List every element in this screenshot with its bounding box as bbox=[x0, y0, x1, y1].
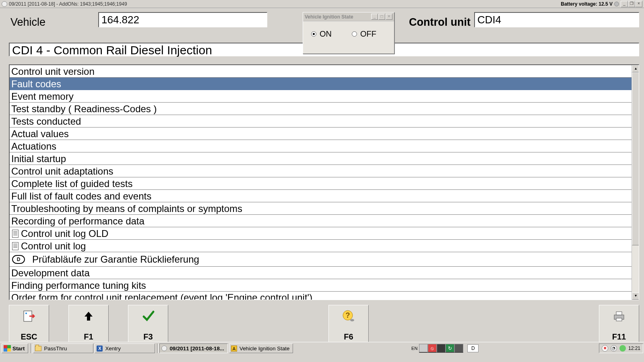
tray-icon[interactable] bbox=[619, 345, 626, 352]
menu-item[interactable]: Full list of fault codes and events bbox=[10, 190, 632, 202]
menu-item-label: Development data bbox=[11, 267, 90, 279]
close-button[interactable]: × bbox=[635, 1, 642, 7]
folder-icon bbox=[35, 346, 41, 351]
scroll-down-button[interactable]: ▾ bbox=[632, 292, 639, 300]
taskbar-ignition[interactable]: A Vehicle Ignition State bbox=[229, 343, 293, 353]
clock: 12:21 bbox=[628, 346, 640, 351]
taskbar-separator bbox=[157, 343, 159, 353]
menu-item-label: Troubleshooting by means of complaints o… bbox=[11, 203, 242, 214]
language-indicator[interactable]: EN bbox=[411, 346, 417, 351]
menu-item-label: Complete list of guided tests bbox=[11, 178, 133, 189]
ignition-on-label: ON bbox=[320, 29, 332, 39]
menu-item[interactable]: Development data bbox=[10, 267, 632, 279]
esc-label: ESC bbox=[21, 332, 37, 341]
ignition-off-radio[interactable]: OFF bbox=[352, 29, 376, 39]
menu-item[interactable]: Fault codes bbox=[10, 78, 632, 90]
d-badge-icon: D bbox=[12, 255, 25, 264]
menu-item[interactable]: Actual values bbox=[10, 128, 632, 140]
menu-item[interactable]: Order form for control unit replacement … bbox=[10, 292, 632, 300]
svg-rect-7 bbox=[616, 318, 622, 321]
menu-item-label: Initial startup bbox=[11, 153, 66, 165]
document-icon bbox=[12, 242, 19, 250]
start-button[interactable]: Start bbox=[2, 343, 28, 353]
battery-led-icon bbox=[614, 2, 619, 6]
scrollbar[interactable]: ▴ ▾ bbox=[632, 65, 639, 300]
f3-button[interactable]: F3 bbox=[128, 305, 168, 345]
menu-item-label: Tests conducted bbox=[11, 116, 81, 127]
menu-item[interactable]: Control unit adaptations bbox=[10, 165, 632, 177]
ignition-state-window: Vehicle Ignition State _ □ × ON OFF bbox=[303, 12, 394, 54]
app-icon bbox=[2, 1, 7, 7]
menu-item-label: Control unit log bbox=[21, 241, 86, 252]
menu-item-label: Event memory bbox=[11, 91, 74, 102]
menu-item-label: Full list of fault codes and events bbox=[11, 191, 151, 202]
keyboard-layout[interactable]: D bbox=[467, 344, 479, 352]
scroll-thumb[interactable] bbox=[632, 72, 639, 245]
maximize-button[interactable]: ❐ bbox=[628, 1, 635, 7]
vehicle-field[interactable]: 164.822 bbox=[98, 12, 267, 27]
svg-point-4 bbox=[350, 319, 354, 321]
tray-icon[interactable]: ✖ bbox=[602, 345, 608, 352]
menu-item-label: Actuations bbox=[11, 141, 56, 152]
arrow-up-icon bbox=[82, 309, 95, 323]
exit-icon bbox=[22, 309, 36, 323]
esc-button[interactable]: ESC bbox=[9, 305, 49, 345]
taskbar-xentry[interactable]: X Xentry bbox=[95, 343, 155, 353]
quick-launch-icons[interactable]: ⦸ ↻ bbox=[419, 344, 463, 353]
minimize-button[interactable]: _ bbox=[621, 1, 628, 7]
f3-label: F3 bbox=[143, 332, 153, 341]
ignition-off-label: OFF bbox=[360, 29, 376, 39]
scroll-up-button[interactable]: ▴ bbox=[632, 65, 639, 72]
menu-item[interactable]: Recording of performance data bbox=[10, 215, 632, 227]
f6-label: F6 bbox=[344, 332, 353, 341]
ignition-close-button[interactable]: × bbox=[386, 14, 392, 20]
mb-icon bbox=[161, 346, 167, 351]
taskbar-btn-label: Xentry bbox=[105, 346, 121, 352]
menu-item[interactable]: Initial startup bbox=[10, 152, 632, 165]
taskbar-separator bbox=[31, 343, 32, 353]
battery-voltage: Battery voltage: 12.5 V bbox=[561, 1, 613, 7]
ignition-on-radio[interactable]: ON bbox=[311, 29, 332, 39]
windows-flag-icon bbox=[4, 345, 11, 352]
system-tray[interactable]: ✖ ◔ 12:21 bbox=[599, 343, 643, 353]
f11-button[interactable]: F11 bbox=[599, 305, 639, 345]
svg-text:?: ? bbox=[346, 311, 350, 319]
taskbar-passthru[interactable]: PassThru bbox=[33, 343, 93, 353]
ignition-maximize-button[interactable]: □ bbox=[378, 14, 385, 20]
radio-icon bbox=[311, 31, 316, 37]
xentry-icon: X bbox=[97, 346, 103, 352]
menu-item-label: Control unit log OLD bbox=[21, 228, 108, 239]
menu-item[interactable]: Finding performance tuning kits bbox=[10, 279, 632, 292]
menu-item[interactable]: Control unit log OLD bbox=[10, 227, 632, 240]
taskbar-das[interactable]: 09/2011 [2011-08-18... bbox=[159, 343, 228, 353]
menu-item[interactable]: Test standby ( Readiness-Codes ) bbox=[10, 103, 632, 115]
menu-item[interactable]: Actuations bbox=[10, 140, 632, 152]
ignition-minimize-button[interactable]: _ bbox=[371, 14, 378, 20]
help-icon: ? bbox=[342, 309, 355, 323]
app-title: 09/2011 [2011-08-18] - AddONs: 1943;1945… bbox=[9, 1, 127, 7]
menu-item-label: Actual values bbox=[11, 128, 69, 140]
svg-rect-6 bbox=[616, 312, 622, 315]
f6-button[interactable]: ? F6 bbox=[328, 305, 369, 345]
tray-icon[interactable]: ◔ bbox=[611, 345, 617, 352]
menu-item[interactable]: Tests conducted bbox=[10, 115, 632, 128]
menu-item[interactable]: Troubleshooting by means of complaints o… bbox=[10, 202, 632, 215]
menu-item[interactable]: Control unit log bbox=[10, 240, 632, 252]
menu-item[interactable]: Complete list of guided tests bbox=[10, 177, 632, 190]
start-label: Start bbox=[12, 346, 25, 352]
menu-item[interactable]: DPrüfabläufe zur Garantie Rücklieferung bbox=[10, 252, 632, 267]
menu-item-label: Finding performance tuning kits bbox=[11, 280, 146, 291]
menu-item[interactable]: Control unit version bbox=[10, 65, 632, 78]
menu-item-label: Control unit version bbox=[11, 66, 95, 77]
checkmark-icon bbox=[141, 309, 155, 323]
menu-item-label: Fault codes bbox=[11, 78, 61, 90]
menu-item[interactable]: Event memory bbox=[10, 90, 632, 103]
radio-icon bbox=[352, 31, 357, 37]
control-unit-field[interactable]: CDI4 bbox=[474, 12, 639, 27]
app-square-icon: A bbox=[231, 346, 237, 352]
f1-button[interactable]: F1 bbox=[68, 305, 109, 345]
menu-item-label: Order form for control unit replacement … bbox=[11, 292, 312, 300]
taskbar-btn-label: PassThru bbox=[44, 346, 67, 352]
vehicle-label: Vehicle bbox=[10, 16, 45, 29]
f11-label: F11 bbox=[612, 332, 626, 341]
